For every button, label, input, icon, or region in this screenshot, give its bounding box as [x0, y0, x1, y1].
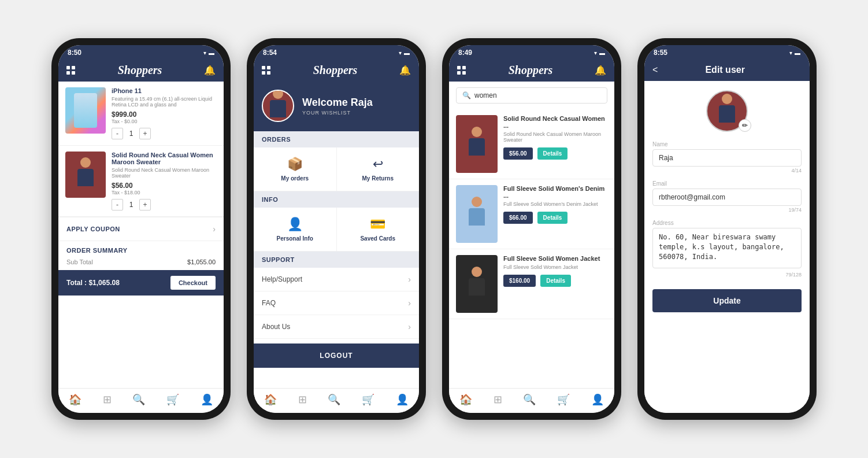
card-icon: 💳 — [370, 217, 385, 232]
product-info-2: Full Sleeve Solid Women's Denim ... Full… — [503, 185, 607, 243]
product-card-3: Full Sleeve Solid Women Jacket Full Slee… — [449, 249, 614, 319]
product-info-1: Solid Round Neck Casual Women ... Solid … — [503, 115, 607, 173]
product-actions-1: $56.00 Details — [503, 147, 607, 160]
product-img-3 — [456, 255, 498, 313]
wifi-icon-1: ▾ — [203, 50, 206, 56]
product-title-2: Full Sleeve Solid Women's Denim ... — [503, 185, 607, 199]
bell-icon-1[interactable]: 🔔 — [204, 65, 216, 76]
coupon-row[interactable]: APPLY COUPON › — [58, 217, 224, 241]
nav-cart-1[interactable]: 🛒 — [166, 393, 179, 406]
update-button[interactable]: Update — [652, 289, 802, 312]
total-label: Total : $1,065.08 — [66, 279, 120, 287]
qty-decrement-1[interactable]: - — [112, 128, 123, 139]
cart-item-price-1: $999.00 — [112, 110, 217, 119]
nav-grid-1[interactable]: ⊞ — [103, 393, 112, 406]
name-input[interactable] — [652, 149, 802, 167]
nav-grid-2[interactable]: ⊞ — [298, 393, 307, 406]
nav-user-3[interactable]: 👤 — [591, 393, 604, 406]
back-button[interactable]: < — [652, 65, 658, 75]
checkout-button[interactable]: Checkout — [170, 276, 216, 290]
product-desc-2: Full Sleeve Solid Women's Denim Jacket — [503, 201, 607, 207]
phone-cart: 8:50 ▾ ▬ Shoppers 🔔 — [51, 38, 231, 420]
faq-chevron: › — [408, 298, 411, 308]
search-bar[interactable]: 🔍 women — [456, 87, 607, 104]
phone-search: 8:49 ▾ ▬ Shoppers 🔔 🔍 women — [442, 38, 621, 420]
cart-item-info-2: Solid Round Neck Casual Women Maroon Swe… — [112, 152, 217, 210]
qty-increment-2[interactable]: + — [139, 199, 151, 210]
my-orders-tile[interactable]: 📦 My orders — [254, 147, 337, 191]
welcome-text: Welcome Raja YOUR WISHLIST — [302, 97, 373, 116]
bell-icon-2[interactable]: 🔔 — [399, 65, 411, 76]
grid-icon-1[interactable] — [66, 66, 76, 75]
saved-cards-tile[interactable]: 💳 Saved Cards — [337, 208, 420, 251]
nav-search-1[interactable]: 🔍 — [132, 393, 145, 406]
faq-label: FAQ — [262, 299, 276, 307]
product-card-1: Solid Round Neck Casual Women ... Solid … — [449, 109, 614, 179]
cart-item-title-1: iPhone 11 — [112, 87, 217, 94]
saved-cards-label: Saved Cards — [360, 235, 395, 242]
address-field: Address 79/128 — [652, 220, 802, 278]
help-label: Help/Support — [262, 275, 302, 283]
profile-scroll[interactable]: Welcome Raja YOUR WISHLIST ORDERS 📦 My o… — [254, 82, 419, 388]
grid-icon-3[interactable] — [457, 66, 466, 75]
search-scroll[interactable]: Solid Round Neck Casual Women ... Solid … — [449, 109, 614, 388]
qty-increment-1[interactable]: + — [139, 128, 151, 139]
about-label: About Us — [262, 323, 290, 331]
search-icon-3: 🔍 — [462, 91, 471, 99]
help-support-item[interactable]: Help/Support › — [254, 268, 419, 291]
email-input[interactable] — [652, 189, 802, 206]
qty-control-1: - 1 + — [112, 128, 217, 139]
details-btn-2[interactable]: Details — [537, 212, 568, 224]
product-card-2: Full Sleeve Solid Women's Denim ... Full… — [449, 179, 614, 249]
nav-cart-3[interactable]: 🛒 — [557, 393, 570, 406]
product-title-1: Solid Round Neck Casual Women ... — [503, 115, 607, 129]
cart-item-tax-1: Tax - $0.00 — [112, 119, 217, 124]
subtotal-val: $1,055.00 — [187, 258, 216, 265]
my-returns-label: My Returns — [362, 175, 394, 182]
order-summary-title: ORDER SUMMARY — [58, 241, 224, 256]
nav-search-3[interactable]: 🔍 — [523, 393, 536, 406]
details-btn-3[interactable]: Details — [540, 275, 571, 287]
cart-scroll[interactable]: iPhone 11 Featuring a 15.49 cm (6.1) all… — [58, 82, 224, 388]
nav-home-1[interactable]: 🏠 — [69, 393, 81, 406]
my-returns-tile[interactable]: ↩ My Returns — [337, 147, 420, 191]
nav-search-2[interactable]: 🔍 — [328, 393, 340, 406]
cart-item-2: Solid Round Neck Casual Women Maroon Swe… — [58, 146, 224, 217]
personal-info-label: Personal Info — [277, 235, 313, 242]
bell-icon-3[interactable]: 🔔 — [595, 65, 606, 76]
app-header-3: Shoppers 🔔 — [449, 59, 614, 82]
app-header-2: Shoppers 🔔 — [254, 59, 419, 82]
details-btn-1[interactable]: Details — [537, 147, 568, 160]
product-img-2 — [456, 185, 498, 243]
cart-item-1: iPhone 11 Featuring a 15.49 cm (6.1) all… — [58, 82, 224, 146]
nav-grid-3[interactable]: ⊞ — [494, 393, 502, 406]
edit-avatar-button[interactable]: ✏ — [739, 119, 751, 132]
battery-icon-4: ▬ — [795, 50, 800, 56]
product-info-3: Full Sleeve Solid Women Jacket Full Slee… — [503, 255, 607, 313]
cart-item-price-2: $56.00 — [112, 182, 217, 190]
address-input[interactable] — [652, 228, 802, 268]
personal-info-tile[interactable]: 👤 Personal Info — [254, 208, 337, 251]
faq-item[interactable]: FAQ › — [254, 291, 419, 315]
name-field: Name 4/14 — [652, 141, 802, 173]
email-count: 19/74 — [652, 207, 802, 213]
name-count: 4/14 — [652, 168, 802, 173]
nav-user-1[interactable]: 👤 — [201, 393, 213, 406]
nav-cart-2[interactable]: 🛒 — [362, 393, 374, 406]
status-icons-2: ▾ ▬ — [399, 50, 410, 56]
coupon-chevron: › — [213, 224, 216, 234]
about-item[interactable]: About Us › — [254, 315, 419, 339]
status-icons-1: ▾ ▬ — [203, 50, 214, 56]
orders-grid: 📦 My orders ↩ My Returns — [254, 147, 419, 191]
info-section-header: INFO — [254, 191, 419, 208]
nav-user-2[interactable]: 👤 — [396, 393, 409, 406]
nav-home-3[interactable]: 🏠 — [459, 393, 472, 406]
grid-icon-2[interactable] — [262, 66, 271, 75]
address-count: 79/128 — [652, 272, 802, 278]
coupon-label: APPLY COUPON — [66, 226, 120, 232]
name-label: Name — [652, 141, 802, 147]
qty-decrement-2[interactable]: - — [112, 199, 123, 210]
logout-bar[interactable]: LOGOUT — [254, 344, 419, 368]
my-orders-label: My orders — [281, 175, 309, 182]
nav-home-2[interactable]: 🏠 — [264, 393, 277, 406]
